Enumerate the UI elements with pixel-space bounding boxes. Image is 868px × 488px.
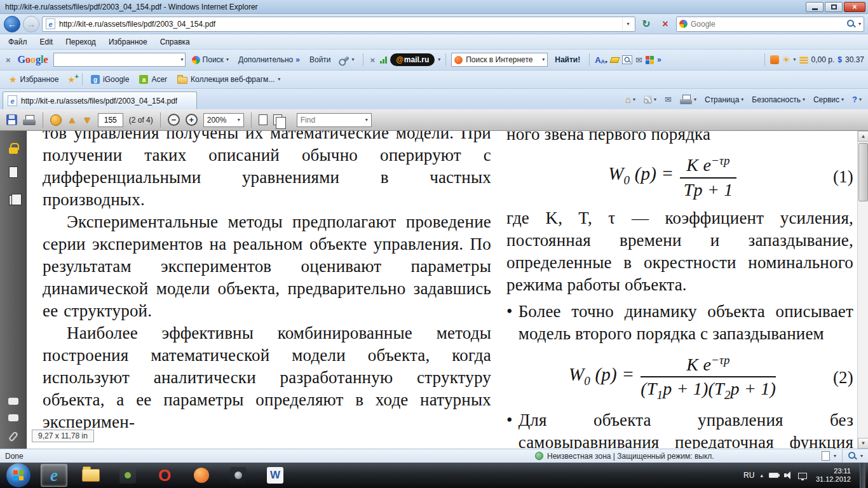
attachments-panel-button[interactable] <box>5 428 22 445</box>
menu-file[interactable]: Файл <box>3 36 33 48</box>
magnifier-box-icon[interactable] <box>622 55 632 64</box>
search-dropdown-icon[interactable]: ▾ <box>858 22 861 27</box>
page-zoom-icon[interactable] <box>848 452 857 460</box>
network-icon[interactable] <box>798 473 807 479</box>
zoom-out-button[interactable]: − <box>168 114 180 126</box>
help-button[interactable]: ?▾ <box>848 93 865 106</box>
font-size-button[interactable]: AA▾ <box>595 55 607 65</box>
page-number-input[interactable] <box>98 114 123 126</box>
taskbar-media-app[interactable] <box>188 464 215 487</box>
toolbar-overflow-icon[interactable]: » <box>657 55 661 64</box>
print-button[interactable]: ▾ <box>676 93 700 106</box>
find-input[interactable] <box>301 116 355 125</box>
feeds-button[interactable]: ▾ <box>640 93 660 105</box>
address-url[interactable]: http://kit-e.ru/assets/files/pdf/2003_04… <box>59 20 618 29</box>
chevron-down-icon[interactable]: ▾ <box>794 57 796 62</box>
favorite-web-slices[interactable]: Коллекция веб-фрагм... ▾ <box>173 73 284 86</box>
google-more-button[interactable]: Дополнительно » <box>235 54 303 65</box>
balance-value[interactable]: 0,00 р. <box>811 55 835 64</box>
security-panel-button[interactable] <box>5 140 22 156</box>
zoom-level-select[interactable]: 200%▾ <box>203 113 244 127</box>
taskbar-explorer[interactable] <box>78 464 104 487</box>
menu-go[interactable]: Переход <box>60 36 102 48</box>
back-button[interactable]: ← <box>4 16 20 32</box>
home-button[interactable]: ⌂▾ <box>621 93 639 106</box>
orange-app-icon[interactable] <box>770 55 779 64</box>
taskbar-ie[interactable]: e <box>41 464 67 487</box>
page-number-field[interactable] <box>98 113 123 127</box>
read-mail-button[interactable]: ✉ <box>661 93 675 106</box>
show-desktop-button[interactable] <box>860 463 865 488</box>
vertical-scrollbar[interactable]: ▲ ▼ <box>857 131 868 449</box>
google-search-field[interactable]: ▾ <box>53 53 186 67</box>
refresh-button[interactable]: ↻ <box>638 17 654 32</box>
taskbar-capture-app[interactable] <box>225 464 252 487</box>
chevron-down-icon[interactable]: ▾ <box>834 454 836 459</box>
scroll-down-button[interactable]: ▼ <box>858 438 868 449</box>
safety-menu-button[interactable]: Безопасность▾ <box>748 93 809 106</box>
favorites-button[interactable]: ★ Избранное <box>5 73 62 86</box>
favorite-igoogle[interactable]: g iGoogle <box>87 73 133 86</box>
google-settings-button[interactable]: ▾ <box>337 56 358 64</box>
address-bar[interactable]: e http://kit-e.ru/assets/files/pdf/2003_… <box>42 17 635 32</box>
menu-favorites[interactable]: Избранное <box>103 36 153 48</box>
review-panel-button[interactable] <box>5 409 22 426</box>
zoom-in-button[interactable]: + <box>186 114 198 126</box>
sun-icon[interactable]: ☀ <box>782 55 790 65</box>
minimize-button[interactable] <box>806 2 824 12</box>
mailru-button[interactable]: @ mail.ru <box>390 53 435 66</box>
signal-bars-icon[interactable] <box>380 56 387 64</box>
tab-active[interactable]: e http://kit-e.ru/assets/files/pdf/2003_… <box>3 92 197 109</box>
google-signin-button[interactable]: Войти <box>306 54 334 65</box>
palette-icon[interactable] <box>646 56 654 64</box>
volume-icon[interactable] <box>784 471 792 479</box>
bookmarks-panel-button[interactable] <box>5 192 22 208</box>
hidden-icons-button[interactable]: ▴ <box>760 472 763 478</box>
pages-panel-button[interactable] <box>5 164 22 180</box>
page-menu-button[interactable]: Страница▾ <box>701 93 747 106</box>
close-button[interactable]: × <box>844 2 865 12</box>
chevron-down-icon[interactable]: ▾ <box>365 118 368 123</box>
find-box[interactable]: ▾ <box>297 113 372 127</box>
menu-edit[interactable]: Edit <box>34 36 59 48</box>
forward-button[interactable]: → <box>23 16 39 32</box>
websearch-combo[interactable]: Поиск в Интернете ▾ <box>451 53 548 67</box>
next-page-button[interactable]: ▼ <box>83 115 92 125</box>
menu-help[interactable]: Справка <box>154 36 196 48</box>
taskbar-word[interactable]: W <box>262 464 288 487</box>
print-pdf-button[interactable] <box>23 115 36 125</box>
language-indicator[interactable]: RU <box>743 471 754 480</box>
continuous-view-icon[interactable] <box>273 114 282 125</box>
taskbar-clock[interactable]: 23:11 31.12.2012 <box>813 467 854 484</box>
toolbar-close-icon[interactable]: × <box>4 55 13 65</box>
chevron-down-icon[interactable]: ▾ <box>860 454 863 459</box>
stop-button[interactable]: × <box>657 17 674 32</box>
google-search-input[interactable] <box>57 55 181 64</box>
envelope-icon[interactable]: ✉ <box>635 55 642 65</box>
google-search-button[interactable]: Поиск ▾ <box>189 54 232 65</box>
scrollbar-thumb[interactable] <box>858 143 868 201</box>
taskbar-app-dark[interactable] <box>114 464 141 487</box>
maximize-button[interactable] <box>825 2 843 12</box>
exchange-rate-value[interactable]: 30.37 <box>845 55 864 64</box>
close-panel-icon[interactable]: × <box>369 55 377 65</box>
add-favorite-button[interactable]: ★ <box>65 75 78 85</box>
adobe-collab-icon[interactable] <box>50 114 62 126</box>
battery-icon[interactable] <box>769 473 778 478</box>
comments-panel-button[interactable] <box>5 393 22 409</box>
highlighter-icon[interactable] <box>610 57 620 63</box>
find-button[interactable]: Найти! <box>551 54 584 65</box>
taskbar-opera[interactable]: O <box>151 464 178 487</box>
previous-page-button[interactable]: ▲ <box>67 115 77 125</box>
compatibility-view-icon[interactable] <box>822 451 830 461</box>
chevron-down-icon[interactable]: ▾ <box>438 57 440 62</box>
start-button[interactable] <box>6 463 31 487</box>
tools-menu-button[interactable]: Сервис▾ <box>810 93 848 106</box>
search-input[interactable] <box>691 20 844 29</box>
single-page-view-icon[interactable] <box>259 114 268 125</box>
search-box[interactable]: ▾ <box>676 17 864 32</box>
save-button[interactable] <box>6 114 17 125</box>
scroll-up-button[interactable]: ▲ <box>858 131 868 142</box>
address-dropdown[interactable]: ▾ <box>622 18 634 30</box>
favorite-acer[interactable]: a Acer <box>135 73 171 86</box>
